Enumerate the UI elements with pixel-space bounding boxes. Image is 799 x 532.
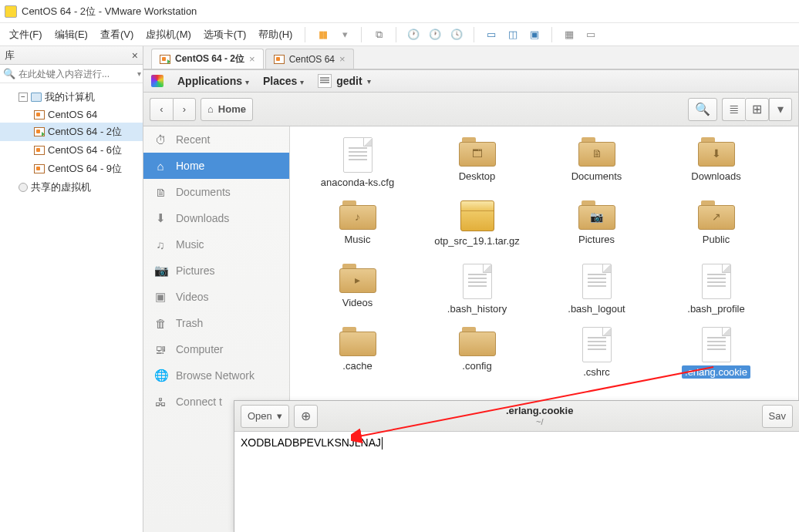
menu-edit[interactable]: 编辑(E) [50,25,93,45]
caret-icon: ▾ [300,78,304,86]
view-options-button[interactable]: ▾ [769,98,792,121]
file-item[interactable]: .bash_logout [537,264,656,327]
sidebar-item-computer[interactable]: 🖳Computer [143,336,289,362]
sidebar-item-label: Downloads [176,212,229,224]
unity-icon[interactable]: ◫ [504,25,522,44]
clock1-icon[interactable]: 🕐 [404,25,423,44]
file-item[interactable]: .cshrc [537,327,656,390]
tree-shared[interactable]: 共享的虚拟机 [0,178,143,197]
view-icon[interactable]: ▣ [525,25,544,44]
folder-icon: 🗎 [578,137,615,167]
file-item[interactable]: .erlang.cookie [656,327,776,390]
folder-overlay-icon: 🗔 [472,147,483,160]
text-cursor [382,437,383,450]
pictures-icon: 📷 [154,264,167,278]
home-icon: ⌂ [154,160,167,173]
close-icon[interactable]: × [132,49,138,62]
gedit-save-button[interactable]: Sav [762,405,793,428]
clock3-icon[interactable]: 🕓 [447,25,466,44]
sidebar-item-label: Recent [176,133,210,146]
sidebar-item-recent[interactable]: ⏱Recent [143,126,289,153]
file-item[interactable]: 🗔Desktop [417,137,537,200]
file-item[interactable]: ↗Public [656,200,776,264]
vm-tab-active[interactable]: CentOS 64 - 2位 × [151,49,264,69]
gedit-open-button[interactable]: Open ▾ [241,405,289,428]
sidebar-item-downloads[interactable]: ⬇Downloads [143,205,289,231]
stop-icon[interactable]: ▾ [335,25,353,44]
file-item[interactable]: .bash_history [417,264,537,327]
chevron-down-icon[interactable]: ▾ [137,69,141,78]
file-item[interactable]: anaconda-ks.cfg [298,137,417,200]
list-view-button[interactable]: ≣ [722,98,745,121]
documents-icon: 🗎 [154,186,167,199]
file-item[interactable]: 🗎Documents [537,137,656,200]
vm-running-icon [34,127,45,136]
vm-tab[interactable]: CentOS 64 × [265,49,354,69]
collapse-icon[interactable]: − [19,93,28,102]
tree-vm[interactable]: CentOS 64 - 9位 [0,160,143,178]
back-button[interactable]: ‹ [150,98,173,121]
sidebar-item-documents[interactable]: 🗎Documents [143,179,289,205]
folder-overlay-icon: 🗎 [592,147,602,160]
activities-icon[interactable] [151,75,164,87]
tree-vm-label: CentOS 64 - 6位 [48,143,122,157]
file-item[interactable]: .cache [298,327,417,390]
vm-tree: − 我的计算机 CentOS 64 CentOS 64 - 2位 CentOS … [0,83,143,201]
search-input[interactable] [19,69,134,79]
places-menu[interactable]: Places ▾ [263,75,304,87]
computer-icon [31,93,42,102]
file-item[interactable]: 📷Pictures [537,200,656,264]
sidebar-item-videos[interactable]: ▣Videos [143,284,289,310]
path-home[interactable]: ⌂ Home [201,98,253,121]
library-search[interactable]: 🔍 ▾ [0,65,143,83]
app-indicator-label: gedit [336,75,362,87]
forward-button[interactable]: › [173,98,196,121]
sidebar-item-home[interactable]: ⌂Home [143,153,289,179]
window-icon[interactable]: ▭ [582,25,600,44]
menu-help[interactable]: 帮助(H) [254,25,297,45]
tree-vm[interactable]: CentOS 64 - 6位 [0,141,143,160]
path-label: Home [218,103,246,115]
file-label: Videos [339,296,376,309]
vm-icon [34,146,45,155]
app-indicator[interactable]: gedit ▾ [318,74,370,88]
gedit-textarea[interactable]: XODBLADBPEVLKSNJLNAJ [234,432,799,532]
tree-vm[interactable]: CentOS 64 - 2位 [0,123,143,141]
sidebar-item-music[interactable]: ♫Music [143,231,289,258]
search-button[interactable]: 🔍 [688,98,717,121]
grid-view-button[interactable]: ⊞ [745,98,769,121]
snapshot-icon[interactable]: ⧉ [369,25,388,44]
tile-icon[interactable]: ▦ [560,25,578,44]
file-item[interactable]: ▸Videos [298,264,417,327]
clock2-icon[interactable]: 🕐 [426,25,444,44]
vm-icon [34,110,45,120]
folder-icon: ▸ [339,264,376,293]
menu-view[interactable]: 查看(V) [96,25,138,45]
fullscreen-icon[interactable]: ▭ [482,25,501,44]
vmware-logo-icon [5,5,17,18]
home-icon: ⌂ [207,103,214,115]
file-item[interactable]: .config [417,327,537,390]
menu-file[interactable]: 文件(F) [5,25,47,45]
menu-tabs[interactable]: 选项卡(T) [199,25,251,45]
close-tab-icon[interactable]: × [249,53,255,65]
file-item[interactable]: .bash_profile [656,264,776,327]
tree-vm[interactable]: CentOS 64 [0,106,143,123]
file-label: .erlang.cookie [682,365,750,379]
menu-vm[interactable]: 虚拟机(M) [141,25,196,45]
applications-menu[interactable]: Applications ▾ [177,75,249,87]
vm-tab-label: CentOS 64 - 2位 [175,52,244,66]
folder-overlay-icon: 📷 [590,210,603,223]
vm-tabstrip: CentOS 64 - 2位 × CentOS 64 × [143,46,799,69]
divider [361,27,362,42]
file-item[interactable]: ♪Music [298,200,417,264]
sidebar-item-pictures[interactable]: 📷Pictures [143,258,289,284]
tree-root[interactable]: − 我的计算机 [0,88,143,106]
sidebar-item-browse-network[interactable]: 🌐Browse Network [143,362,289,389]
sidebar-item-trash[interactable]: 🗑Trash [143,310,289,336]
gedit-newtab-button[interactable]: ⊕ [294,405,318,428]
close-tab-icon[interactable]: × [339,53,346,65]
pause-icon[interactable]: ▮▮ [313,25,332,44]
file-item[interactable]: otp_src_19.1.tar.gz [417,200,537,264]
file-item[interactable]: ⬇Downloads [656,137,776,200]
